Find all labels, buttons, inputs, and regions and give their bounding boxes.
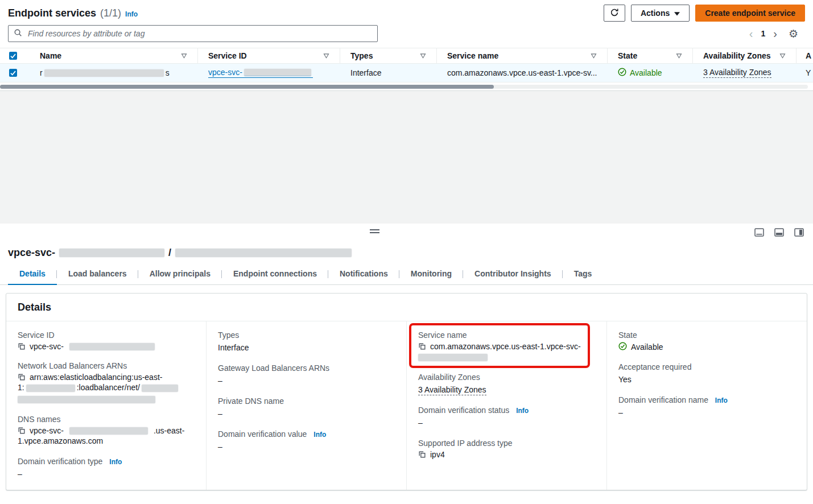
- header-actions: Actions Create endpoint service: [604, 5, 805, 22]
- tab-details[interactable]: Details: [8, 265, 57, 285]
- tab-allow-principals[interactable]: Allow principals: [138, 265, 222, 284]
- dns-name-text: vpce-svc-: [30, 426, 64, 435]
- column-label: Service name: [447, 51, 498, 60]
- layout-side-split-icon[interactable]: [794, 228, 804, 237]
- cell-name: rs: [27, 68, 198, 77]
- column-header-name[interactable]: Name: [27, 48, 198, 63]
- field-acceptance-required: Acceptance required Yes: [618, 362, 795, 385]
- field-label: Gateway Load Balancers ARNs: [218, 363, 395, 373]
- tab-notifications[interactable]: Notifications: [328, 265, 399, 284]
- info-link[interactable]: Info: [125, 10, 138, 18]
- field-types: Types Interface: [218, 331, 395, 353]
- column-header-types[interactable]: Types: [340, 48, 437, 63]
- current-page[interactable]: 1: [761, 29, 765, 38]
- tab-load-balancers[interactable]: Load balancers: [57, 265, 138, 284]
- service-id-link[interactable]: vpce-svc-: [208, 68, 313, 78]
- column-header-service-name[interactable]: Service name: [437, 48, 608, 63]
- empty-value: –: [418, 417, 595, 428]
- cell-service-id: vpce-svc-: [198, 68, 340, 78]
- actions-button[interactable]: Actions: [631, 5, 690, 22]
- dns-name-text: .us-east-: [154, 426, 184, 435]
- status-badge: Available: [618, 342, 795, 352]
- sort-filter-icon[interactable]: [676, 53, 682, 59]
- horizontal-scrollbar[interactable]: [0, 85, 808, 89]
- info-link[interactable]: Info: [715, 396, 728, 404]
- page-title: Endpoint services (1/1) Info: [8, 7, 138, 19]
- copy-icon[interactable]: [18, 342, 26, 350]
- nlb-arn-text: 1::loadbalancer/net/: [18, 382, 195, 393]
- field-label: Types: [218, 331, 395, 340]
- info-link[interactable]: Info: [516, 407, 529, 415]
- dns-name-text: 1.vpce.amazonaws.com: [18, 435, 195, 447]
- row-checkbox[interactable]: [9, 69, 17, 77]
- status-badge: Available: [618, 68, 662, 78]
- column-header-availability-zones[interactable]: Availability Zones: [693, 48, 797, 63]
- refresh-icon: [610, 8, 619, 19]
- sort-filter-icon[interactable]: [323, 53, 329, 59]
- tab-monitoring[interactable]: Monitoring: [399, 265, 463, 284]
- sort-filter-icon[interactable]: [181, 53, 187, 59]
- sort-filter-icon[interactable]: [591, 53, 597, 59]
- column-label: State: [618, 51, 637, 60]
- create-endpoint-service-button[interactable]: Create endpoint service: [695, 5, 805, 22]
- table-header: Name Service ID Types Service name State…: [0, 48, 813, 64]
- refresh-button[interactable]: [604, 5, 625, 22]
- details-column-2: Types Interface Gateway Load Balancers A…: [206, 321, 406, 490]
- select-all-checkbox[interactable]: [9, 52, 17, 60]
- empty-value: –: [218, 375, 395, 386]
- sort-filter-icon[interactable]: [779, 53, 786, 59]
- field-label: Supported IP address type: [418, 439, 595, 448]
- acceptance-text: Y: [806, 68, 811, 77]
- next-page-button[interactable]: ›: [773, 28, 777, 39]
- details-card-body: Service ID vpce-svc- Network Load Balanc…: [6, 321, 807, 490]
- actions-label: Actions: [641, 9, 670, 18]
- search-box[interactable]: [8, 25, 378, 42]
- cell-types: Interface: [340, 68, 437, 77]
- column-header-service-id[interactable]: Service ID: [198, 48, 340, 63]
- layout-bottom-panel-icon[interactable]: [754, 228, 764, 237]
- types-text: Interface: [350, 68, 381, 77]
- field-glb-arns: Gateway Load Balancers ARNs –: [218, 363, 395, 386]
- name-text: r: [40, 68, 43, 77]
- column-label: Service ID: [208, 51, 247, 60]
- header-checkbox-cell: [0, 48, 27, 63]
- copy-icon[interactable]: [18, 427, 26, 435]
- tab-contributor-insights[interactable]: Contributor Insights: [463, 265, 563, 284]
- service-name-text: com.amazonaws.vpce.us-east-1.vpce-sv...: [447, 68, 597, 77]
- copy-icon[interactable]: [18, 373, 26, 381]
- redacted-text: [26, 385, 75, 392]
- info-link[interactable]: Info: [313, 431, 326, 439]
- service-id-value: vpce-svc-: [30, 342, 64, 351]
- tab-endpoint-connections[interactable]: Endpoint connections: [222, 265, 328, 284]
- field-label: Availability Zones: [418, 373, 595, 382]
- detail-title-prefix: vpce-svc-: [8, 247, 55, 259]
- previous-page-button[interactable]: ‹: [749, 28, 753, 39]
- field-private-dns-name: Private DNS name –: [218, 396, 395, 419]
- service-id-text: vpce-svc-: [208, 68, 242, 77]
- info-link[interactable]: Info: [109, 458, 122, 466]
- row-checkbox-cell: [0, 69, 27, 77]
- column-header-state[interactable]: State: [608, 48, 693, 63]
- split-panel-bar: [0, 224, 813, 244]
- split-panel-preferences: [754, 228, 804, 237]
- search-input[interactable]: [27, 28, 372, 39]
- copy-icon[interactable]: [418, 451, 426, 458]
- table-row[interactable]: rs vpce-svc- Interface com.amazonaws.vpc…: [0, 64, 813, 82]
- settings-gear-icon[interactable]: ⚙: [789, 28, 798, 39]
- horizontal-scrollbar-thumb[interactable]: [0, 85, 494, 89]
- field-label: Private DNS name: [218, 396, 395, 406]
- field-label: Service ID: [18, 331, 195, 340]
- field-label: Acceptance required: [618, 362, 795, 371]
- availability-zones-popover-link[interactable]: 3 Availability Zones: [418, 385, 486, 395]
- sort-filter-icon[interactable]: [420, 53, 426, 59]
- field-label: DNS names: [18, 415, 195, 424]
- availability-zones-popover-link[interactable]: 3 Availability Zones: [703, 68, 771, 78]
- column-header-acceptance-truncated[interactable]: A: [797, 48, 813, 63]
- table-panel: Endpoint services (1/1) Info Actions: [0, 0, 813, 91]
- split-panel-drag-handle[interactable]: [370, 229, 379, 233]
- layout-bottom-split-icon[interactable]: [774, 228, 784, 237]
- nlb-arn-text: [18, 393, 195, 404]
- empty-value: –: [218, 441, 395, 452]
- tab-tags[interactable]: Tags: [563, 265, 604, 284]
- copy-icon[interactable]: [418, 342, 426, 350]
